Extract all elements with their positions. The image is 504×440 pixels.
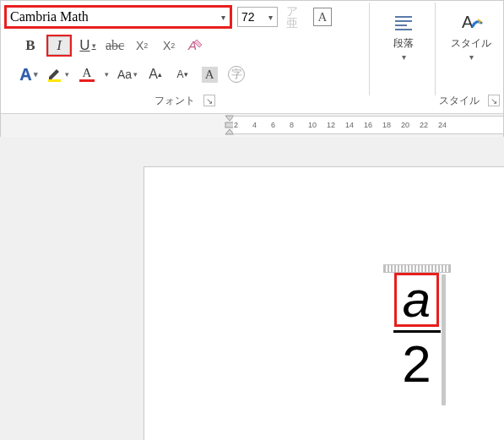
svg-text:A: A: [462, 13, 474, 31]
character-border-button[interactable]: A: [313, 8, 332, 26]
document-canvas: a 2: [0, 137, 504, 440]
svg-rect-3: [395, 20, 412, 22]
horizontal-ruler[interactable]: 24681012141618202224: [233, 116, 503, 134]
fraction-denominator[interactable]: 2: [395, 338, 437, 390]
font-name-input[interactable]: [7, 8, 216, 26]
equation-side-handle[interactable]: [442, 274, 446, 405]
group-divider: [369, 3, 370, 95]
underline-button[interactable]: U▾: [79, 35, 97, 56]
strikethrough-button[interactable]: abc: [106, 35, 124, 56]
styles-icon: A: [459, 11, 483, 35]
ribbon: ▾ ▾ ア 亜 A B I U▾ abc X2 X2 A A▾ ▾ A: [1, 1, 503, 114]
styles-button-label: スタイル: [451, 36, 491, 51]
font-group-label: フォント ↘: [1, 91, 369, 110]
svg-rect-4: [395, 24, 407, 26]
paragraph-button[interactable]: 段落 ▾: [379, 11, 428, 62]
ruler-area: 24681012141618202224: [1, 114, 503, 138]
change-case-button[interactable]: Aa▾: [117, 64, 138, 84]
svg-rect-5: [395, 29, 412, 30]
text-effects-button[interactable]: A▾: [19, 64, 38, 84]
group-divider: [435, 3, 436, 95]
font-size-combo[interactable]: ▾: [237, 7, 278, 27]
italic-highlight: I: [48, 36, 70, 55]
chevron-down-icon[interactable]: ▾: [34, 70, 38, 79]
phonetic-guide-button: ア 亜: [283, 3, 301, 30]
bold-button[interactable]: B: [21, 35, 40, 56]
font-name-combo[interactable]: ▾: [6, 7, 230, 27]
styles-group-label: スタイル ↘: [435, 91, 503, 110]
enclose-characters-button[interactable]: 字: [227, 64, 246, 84]
chevron-down-icon[interactable]: ▾: [105, 70, 109, 79]
equation-object[interactable]: a 2: [381, 264, 453, 390]
superscript-button[interactable]: X2: [160, 35, 178, 56]
equation-fraction: a 2: [393, 274, 441, 390]
paragraph-label: 段落: [393, 36, 414, 51]
paragraph-icon: [392, 11, 415, 35]
fraction-numerator[interactable]: a: [396, 274, 437, 325]
subscript-button[interactable]: X2: [133, 35, 151, 56]
chevron-down-icon[interactable]: ▾: [133, 70, 138, 79]
dialog-launcher-icon[interactable]: ↘: [203, 95, 215, 106]
font-color-button[interactable]: A: [78, 64, 96, 84]
highlight-color-button[interactable]: ▾: [46, 64, 69, 84]
font-color-bar: [79, 79, 95, 82]
svg-text:A: A: [187, 38, 197, 52]
chevron-down-icon[interactable]: ▾: [92, 41, 96, 50]
chevron-down-icon: ▾: [469, 52, 474, 62]
chevron-down-icon[interactable]: ▾: [216, 8, 230, 26]
ribbon-row-3: A▾ ▾ A ▾ Aa▾ A▴ A▾ A 字: [1, 58, 503, 87]
font-color-a: A: [83, 67, 92, 79]
font-size-input[interactable]: [238, 8, 263, 26]
phonetic-top: ア: [286, 5, 298, 17]
shrink-font-button[interactable]: A▾: [173, 64, 192, 84]
italic-button[interactable]: I: [48, 36, 70, 55]
character-shading-button[interactable]: A: [200, 64, 219, 84]
phonetic-bottom: 亜: [286, 17, 298, 29]
chevron-down-icon: ▾: [402, 52, 406, 62]
page[interactable]: a 2: [144, 166, 504, 440]
dialog-launcher-icon[interactable]: ↘: [488, 95, 500, 106]
grow-font-button[interactable]: A▴: [146, 64, 165, 84]
svg-rect-1: [48, 79, 61, 82]
fraction-bar: [393, 330, 441, 333]
chevron-down-icon[interactable]: ▾: [263, 8, 277, 26]
chevron-down-icon[interactable]: ▾: [65, 70, 69, 79]
styles-button[interactable]: A スタイル ▾: [443, 11, 499, 62]
clear-formatting-button[interactable]: A: [187, 35, 205, 56]
svg-rect-2: [395, 16, 412, 18]
